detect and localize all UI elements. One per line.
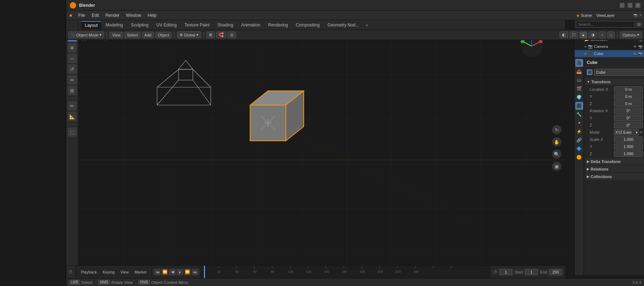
nav-pan[interactable]: ✋ (552, 137, 561, 147)
add-workspace-tab[interactable]: + (363, 21, 370, 29)
tool-add[interactable]: ⬚ (68, 127, 77, 137)
tab-modeling[interactable]: Modeling (102, 21, 127, 29)
menu-edit[interactable]: Edit (89, 12, 102, 19)
shading-rendered[interactable]: ○ (599, 31, 606, 38)
shading-wire[interactable]: □ (607, 31, 615, 38)
current-frame-input[interactable] (499, 269, 512, 275)
step-back-btn[interactable]: ⏪ (162, 269, 168, 275)
outliner-camera[interactable]: ▶ 📷 Camera 👁 📷 (575, 43, 644, 50)
search-filter-icon[interactable]: ⊟ (635, 21, 643, 28)
location-z-value[interactable]: 0 m (614, 100, 643, 107)
mode-dot[interactable] (640, 131, 642, 133)
object-btn[interactable]: Object (155, 32, 172, 38)
props-tab-particles[interactable]: ✦ (575, 119, 583, 127)
tool-rotate[interactable]: ↺ (68, 64, 77, 74)
overlay-btn[interactable]: ◐ (560, 31, 568, 38)
tl-keying[interactable]: Keying (101, 269, 117, 275)
view-layer-name[interactable]: ViewLayer (596, 13, 615, 18)
tl-marker[interactable]: Marker (132, 269, 149, 275)
rotation-mode-select[interactable]: XYZ Euler ▾ (614, 129, 639, 135)
step-fwd-btn[interactable]: ⏩ (184, 269, 191, 275)
scene-name[interactable]: Scene (581, 13, 592, 18)
tab-sculpting[interactable]: Sculpting (127, 21, 152, 29)
snap-btn[interactable]: 🧲 (216, 31, 226, 38)
tab-uv-editing[interactable]: UV Editing (153, 21, 180, 29)
proportional-btn[interactable]: ◎ (228, 31, 236, 38)
options-btn[interactable]: Options ▾ (620, 31, 642, 38)
rotation-y-value[interactable]: 0° (614, 115, 643, 121)
start-frame-input[interactable] (525, 269, 538, 275)
location-x-value[interactable]: 0 m (614, 86, 643, 93)
tab-compositing[interactable]: Compositing (292, 21, 323, 29)
relations-header[interactable]: ▶ Relations ⋯ (585, 166, 644, 172)
menu-window[interactable]: Window (123, 12, 144, 19)
tool-transform[interactable]: ⊞ (68, 86, 77, 95)
scene-icon1[interactable]: 📷 (633, 13, 638, 17)
cam-vis-render[interactable]: 📷 (638, 45, 643, 49)
transform-btn[interactable]: ⊕ Global ▾ (177, 31, 201, 38)
tab-layout[interactable]: Layout (81, 21, 101, 29)
props-tab-constraints[interactable]: 🔗 (575, 136, 583, 144)
props-tab-view-layer[interactable]: 🗂 (575, 76, 583, 84)
scale-z-value[interactable]: 1.000 (614, 151, 643, 157)
outliner-cube[interactable]: ▶ ⬛ Cube 👁 📷 (575, 50, 644, 57)
location-y-value[interactable]: 0 m (614, 93, 643, 100)
xray-btn[interactable]: ☐ (570, 31, 578, 38)
view-btn[interactable]: View (109, 32, 123, 38)
cam-vis-eye[interactable]: 👁 (633, 45, 637, 49)
tool-cursor[interactable]: ⊕ (68, 43, 77, 52)
timeline-ruler[interactable]: 20 40 60 80 100 120 140 160 180 200 220 … (201, 266, 490, 278)
tool-move[interactable]: ↔ (68, 54, 77, 63)
scene-icon2[interactable]: ✕ (639, 13, 642, 17)
cube-vis-eye[interactable]: 👁 (633, 52, 637, 56)
tool-measure[interactable]: 📐 (68, 112, 77, 121)
tab-texture-paint[interactable]: Texture Paint (181, 21, 213, 29)
tl-playback[interactable]: Playback (79, 269, 99, 275)
jump-end-btn[interactable]: ⏭ (192, 269, 198, 275)
minimize-button[interactable]: ─ (620, 3, 625, 8)
tool-scale[interactable]: ⇔ (68, 75, 77, 84)
select-btn[interactable]: Select (125, 32, 141, 38)
rotation-z-value[interactable]: 0° (614, 122, 643, 128)
scale-x-value[interactable]: 1.000 (614, 136, 643, 143)
end-frame-input[interactable] (549, 269, 562, 275)
props-tab-world[interactable]: 🌍 (575, 93, 583, 101)
props-tab-modifier[interactable]: 🔧 (575, 110, 583, 118)
tab-geometry-nodes[interactable]: Geometry Nod... (324, 21, 362, 29)
shading-material[interactable]: ◑ (589, 31, 597, 38)
scale-y-value[interactable]: 1.000 (614, 143, 643, 150)
nav-view[interactable]: ▣ (552, 162, 561, 171)
rotation-x-value[interactable]: 0° (614, 108, 643, 114)
props-tab-physics[interactable]: ⚡ (575, 128, 583, 135)
props-tab-scene[interactable]: 🎬 (575, 85, 583, 93)
tl-view[interactable]: View (118, 269, 131, 275)
close-button[interactable]: ✕ (635, 3, 640, 8)
mode-select-btn[interactable]: ⬛ Object Mode ▾ (68, 31, 104, 38)
play-reverse-btn[interactable]: ◀ (169, 269, 176, 275)
tool-annotate[interactable]: ✏ (68, 101, 77, 110)
props-tab-object[interactable]: ⬛ (575, 102, 583, 110)
tab-rendering[interactable]: Rendering (264, 21, 291, 29)
props-tab-output[interactable]: 📤 (575, 68, 583, 75)
pivot-btn[interactable]: ⊞ (206, 31, 215, 38)
menu-render[interactable]: Render (103, 12, 122, 19)
nav-orbit[interactable]: ↻ (552, 125, 561, 134)
tab-animation[interactable]: Animation (238, 21, 264, 29)
jump-start-btn[interactable]: ⏮ (154, 269, 161, 275)
outliner-search-input[interactable] (576, 21, 635, 28)
props-tab-material[interactable]: 🟠 (575, 153, 583, 161)
nav-zoom[interactable]: 🔍 (552, 149, 561, 159)
cube-vis-render[interactable]: 📷 (638, 52, 643, 56)
props-tab-render[interactable]: 🎥 (575, 59, 583, 67)
props-tab-data[interactable]: 🔷 (575, 145, 583, 153)
collections-header[interactable]: ▶ Collections ⋯ (585, 173, 644, 180)
menu-file[interactable]: File (75, 12, 88, 19)
viewport[interactable]: User Perspective (1) Collection | Cube (78, 30, 565, 266)
add-btn[interactable]: Add (142, 32, 154, 38)
tab-shading[interactable]: Shading (214, 21, 237, 29)
obj-name-input[interactable]: Cube (594, 69, 644, 76)
play-btn[interactable]: ⏵ (177, 269, 183, 275)
delta-transform-header[interactable]: ▶ Delta Transform ⋯ (585, 158, 644, 165)
maximize-button[interactable]: □ (628, 3, 633, 8)
shading-solid[interactable]: ● (580, 31, 587, 38)
